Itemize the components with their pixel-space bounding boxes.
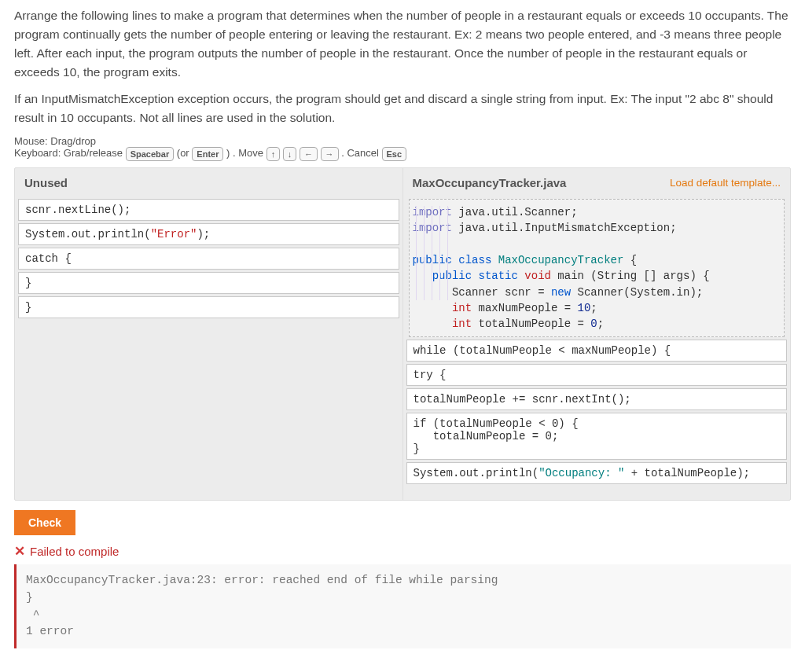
error-icon: ✕	[14, 543, 25, 560]
key-down: ↓	[283, 147, 297, 161]
unused-column: Unused scnr.nextLine(); System.out.print…	[15, 168, 403, 500]
key-up: ↑	[266, 147, 281, 161]
code-line[interactable]: }	[18, 272, 399, 294]
instructions: Arrange the following lines to make a pr…	[14, 6, 791, 127]
code-line[interactable]: catch {	[18, 248, 399, 270]
key-spacebar: Spacebar	[126, 147, 175, 161]
filename: MaxOccupancyTracker.java	[413, 176, 567, 189]
code-line[interactable]: System.out.println("Error");	[18, 223, 399, 245]
key-left: ←	[300, 147, 318, 161]
code-line[interactable]: System.out.println("Occupancy: " + total…	[406, 462, 788, 484]
result-title: Failed to compile	[30, 545, 119, 558]
unused-body[interactable]: scnr.nextLine(); System.out.println("Err…	[15, 197, 402, 500]
key-enter: Enter	[192, 147, 223, 161]
compile-result: ✕ Failed to compile	[14, 543, 791, 560]
code-line[interactable]: if (totalNumPeople < 0) { totalNumPeople…	[406, 413, 788, 460]
solution-header: MaxOccupancyTracker.java Load default te…	[403, 168, 791, 197]
work-area: Unused scnr.nextLine(); System.out.print…	[14, 167, 791, 501]
instruction-para-2: If an InputMismatchException exception o…	[14, 90, 791, 127]
hint-keyboard: Keyboard: Grab/release Spacebar (or Ente…	[14, 147, 791, 161]
code-line[interactable]: try {	[406, 364, 788, 386]
fixed-code-block: import java.util.Scanner; import java.ut…	[409, 199, 785, 337]
keyboard-hints: Mouse: Drag/drop Keyboard: Grab/release …	[14, 135, 791, 161]
code-line[interactable]: totalNumPeople += scnr.nextInt();	[406, 388, 788, 410]
key-esc: Esc	[382, 147, 407, 161]
solution-column: MaxOccupancyTracker.java Load default te…	[403, 168, 791, 500]
hint-mouse: Mouse: Drag/drop	[14, 135, 791, 147]
load-default-link[interactable]: Load default template...	[670, 177, 781, 189]
code-line[interactable]: }	[18, 296, 399, 318]
key-right: →	[321, 147, 339, 161]
instruction-para-1: Arrange the following lines to make a pr…	[14, 6, 791, 82]
error-output: MaxOccupancyTracker.java:23: error: reac…	[14, 564, 791, 648]
check-button[interactable]: Check	[14, 510, 75, 535]
code-line[interactable]: while (totalNumPeople < maxNumPeople) {	[406, 340, 788, 362]
code-line[interactable]: scnr.nextLine();	[18, 199, 399, 221]
solution-body[interactable]: import java.util.Scanner; import java.ut…	[403, 197, 791, 500]
unused-header: Unused	[15, 168, 402, 197]
